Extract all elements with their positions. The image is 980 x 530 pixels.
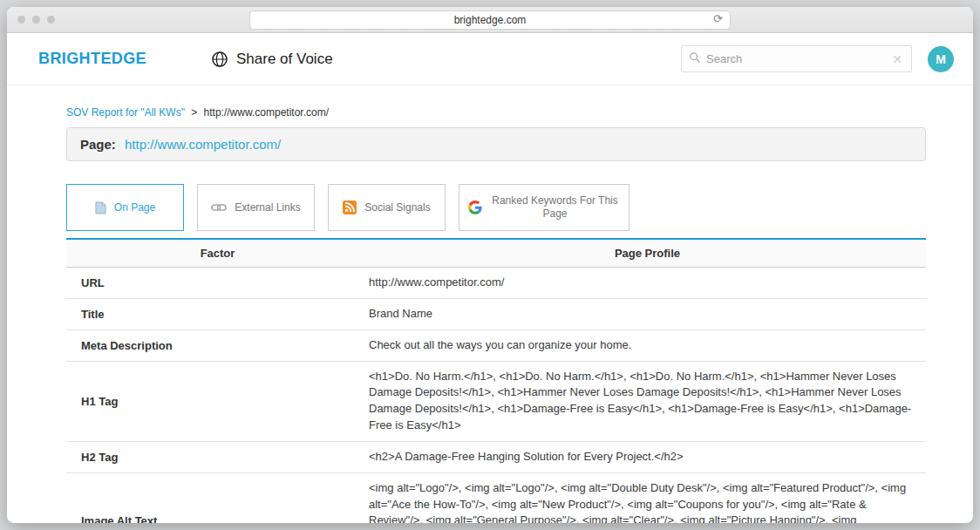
window-zoom-button[interactable] xyxy=(47,16,55,24)
search-input[interactable] xyxy=(706,52,890,65)
tab-label: Social Signals xyxy=(364,201,430,214)
factor-label: H1 Tag xyxy=(66,395,369,408)
brightedge-logo[interactable]: BRIGHTEDGE xyxy=(38,50,146,68)
tab-label: On Page xyxy=(114,201,155,214)
factor-label: Meta Description xyxy=(66,339,369,352)
factor-label: H2 Tag xyxy=(66,451,369,464)
table-row-url: URL http://www.competitor.com/ xyxy=(66,268,926,299)
factor-value: Check out all the ways you can organize … xyxy=(369,337,926,354)
browser-chrome: brightedge.com ⟳ xyxy=(7,7,973,33)
page-bar: Page: http://www.competitor.com/ xyxy=(66,127,926,161)
tab-on-page[interactable]: On Page xyxy=(66,184,184,231)
browser-window: brightedge.com ⟳ BRIGHTEDGE Share of Voi… xyxy=(7,7,973,523)
factor-label: Image Alt Text xyxy=(66,514,369,523)
tab-ranked-keywords[interactable]: Ranked Keywords For This Page xyxy=(459,184,630,231)
breadcrumb-link-sov-report[interactable]: SOV Report for "All KWs" xyxy=(66,106,185,119)
tab-bar: On Page External Links xyxy=(66,184,926,231)
table-header-row: Factor Page Profile xyxy=(66,240,926,268)
table-row-meta-description: Meta Description Check out all the ways … xyxy=(66,330,926,362)
column-header-page-profile: Page Profile xyxy=(369,247,926,260)
table-row-title: Title Brand Name xyxy=(66,299,926,330)
table-row-h1-tag: H1 Tag <h1>Do. No Harm.</h1>, <h1>Do. No… xyxy=(66,362,926,442)
tab-external-links[interactable]: External Links xyxy=(197,184,315,231)
page-title-group: Share of Voice xyxy=(211,51,333,68)
factor-value: <img alt="Logo"/>, <img alt="Logo"/>, <i… xyxy=(369,480,926,523)
table-row-image-alt-text: Image Alt Text <img alt="Logo"/>, <img a… xyxy=(66,473,926,523)
breadcrumb-current: http://www.competitor.com/ xyxy=(204,106,329,119)
tab-label: Ranked Keywords For This Page xyxy=(490,194,620,221)
window-minimize-button[interactable] xyxy=(32,16,40,24)
main-content: SOV Report for "All KWs" > http://www.co… xyxy=(7,106,973,523)
page-bar-label: Page: xyxy=(80,137,116,152)
factor-value: http://www.competitor.com/ xyxy=(369,275,926,291)
page-profile-table: Factor Page Profile URL http://www.compe… xyxy=(66,240,926,523)
search-box[interactable]: ✕ xyxy=(681,45,912,72)
app-header: BRIGHTEDGE Share of Voice ✕ M xyxy=(7,33,973,85)
address-bar-url: brightedge.com xyxy=(454,14,527,26)
table-row-h2-tag: H2 Tag <h2>A Damage-Free Hanging Solutio… xyxy=(66,442,926,473)
factor-value: <h2>A Damage-Free Hanging Solution for E… xyxy=(369,449,926,465)
refresh-icon[interactable]: ⟳ xyxy=(713,12,723,25)
window-controls xyxy=(17,16,55,24)
column-header-factor: Factor xyxy=(66,247,369,260)
avatar[interactable]: M xyxy=(928,46,954,72)
page-title: Share of Voice xyxy=(236,51,333,68)
factor-label: Title xyxy=(66,308,369,321)
share-of-voice-icon xyxy=(211,51,228,68)
rss-icon xyxy=(343,200,357,214)
clear-search-icon[interactable]: ✕ xyxy=(890,52,904,66)
page-url-link[interactable]: http://www.competitor.com/ xyxy=(125,137,281,152)
address-bar[interactable]: brightedge.com ⟳ xyxy=(249,10,731,30)
factor-value: Brand Name xyxy=(369,306,926,323)
breadcrumb: SOV Report for "All KWs" > http://www.co… xyxy=(66,106,926,119)
breadcrumb-separator: > xyxy=(191,106,197,119)
link-icon xyxy=(211,203,227,212)
tab-social-signals[interactable]: Social Signals xyxy=(328,184,446,231)
factor-value: <h1>Do. No Harm.</h1>, <h1>Do. No Harm.<… xyxy=(369,369,926,434)
window-close-button[interactable] xyxy=(17,16,25,24)
tab-label: External Links xyxy=(235,201,300,214)
search-icon xyxy=(689,51,701,67)
page-icon xyxy=(95,201,106,214)
google-icon xyxy=(468,200,482,214)
factor-label: URL xyxy=(66,276,369,289)
